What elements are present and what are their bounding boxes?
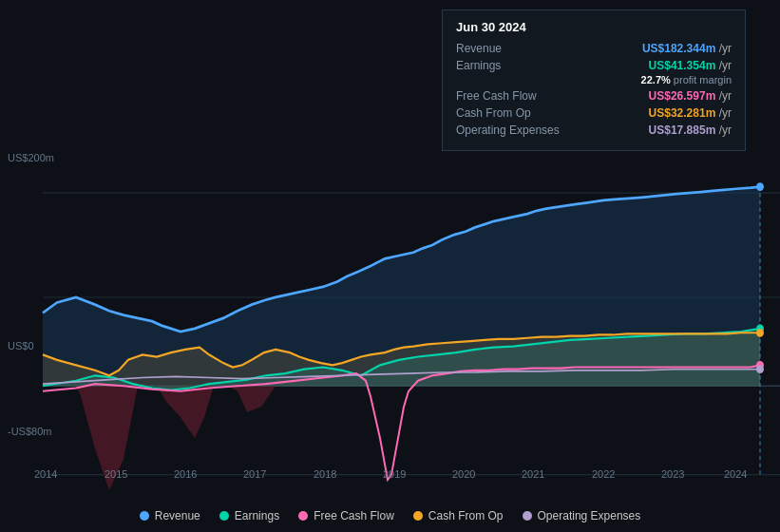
legend-dot-revenue xyxy=(140,511,149,521)
legend-dot-fcf xyxy=(298,511,308,521)
tooltip-row-revenue: Revenue US$182.344m /yr xyxy=(456,42,732,55)
legend-item-revenue[interactable]: Revenue xyxy=(140,509,200,522)
chart-container: US$200m US$0 -US$80m 2014 2015 2016 2017… xyxy=(0,0,780,532)
svg-point-6 xyxy=(756,182,764,191)
x-label-2017: 2017 xyxy=(243,468,266,480)
tooltip-label-opex: Operating Expenses xyxy=(456,124,580,137)
tooltip-date: Jun 30 2024 xyxy=(456,20,732,34)
legend-item-fcf[interactable]: Free Cash Flow xyxy=(298,509,394,522)
x-label-2018: 2018 xyxy=(314,468,336,480)
y-label-zero: US$0 xyxy=(8,340,34,352)
legend-item-cashfromop[interactable]: Cash From Op xyxy=(413,509,504,522)
legend: Revenue Earnings Free Cash Flow Cash Fro… xyxy=(0,509,780,522)
tooltip-row-fcf: Free Cash Flow US$26.597m /yr xyxy=(456,89,732,103)
x-label-2023: 2023 xyxy=(661,468,684,480)
tooltip-row-earnings: Earnings US$41.354m /yr xyxy=(456,59,732,72)
tooltip-profit-margin: 22.7% profit margin xyxy=(456,74,732,86)
legend-item-earnings[interactable]: Earnings xyxy=(219,509,279,522)
x-label-2016: 2016 xyxy=(174,468,197,480)
x-label-2021: 2021 xyxy=(522,468,544,480)
tooltip-value-opex: US$17.885m /yr xyxy=(649,124,732,137)
legend-label-earnings: Earnings xyxy=(235,509,279,522)
tooltip-value-fcf: US$26.597m /yr xyxy=(649,89,732,103)
legend-dot-cashfromop xyxy=(413,511,423,521)
tooltip-value-cashfromop: US$32.281m /yr xyxy=(649,106,732,120)
tooltip-row-opex: Operating Expenses US$17.885m /yr xyxy=(456,124,732,137)
tooltip-label-fcf: Free Cash Flow xyxy=(456,89,580,103)
legend-label-revenue: Revenue xyxy=(155,509,200,522)
x-label-2014: 2014 xyxy=(34,468,57,480)
tooltip-value-earnings: US$41.354m /yr xyxy=(649,59,732,72)
svg-point-9 xyxy=(756,329,764,337)
legend-label-opex: Operating Expenses xyxy=(538,509,641,522)
tooltip-row-cashfromop: Cash From Op US$32.281m /yr xyxy=(456,106,732,120)
tooltip-value-revenue: US$182.344m /yr xyxy=(642,42,732,55)
legend-label-fcf: Free Cash Flow xyxy=(314,509,394,522)
y-label-top: US$200m xyxy=(8,152,54,163)
legend-item-opex[interactable]: Operating Expenses xyxy=(523,509,641,522)
tooltip-label-earnings: Earnings xyxy=(456,59,580,72)
x-label-2022: 2022 xyxy=(592,468,615,480)
x-label-2015: 2015 xyxy=(105,468,127,480)
x-label-2019: 2019 xyxy=(383,468,406,480)
y-label-bottom: -US$80m xyxy=(8,426,51,437)
tooltip-box: Jun 30 2024 Revenue US$182.344m /yr Earn… xyxy=(442,10,746,151)
legend-dot-opex xyxy=(523,511,532,521)
svg-point-10 xyxy=(756,365,764,373)
legend-label-cashfromop: Cash From Op xyxy=(428,509,504,522)
tooltip-label-revenue: Revenue xyxy=(456,42,580,55)
x-label-2024: 2024 xyxy=(724,468,747,480)
tooltip-label-cashfromop: Cash From Op xyxy=(456,106,580,120)
legend-dot-earnings xyxy=(219,511,229,521)
x-label-2020: 2020 xyxy=(452,468,475,480)
